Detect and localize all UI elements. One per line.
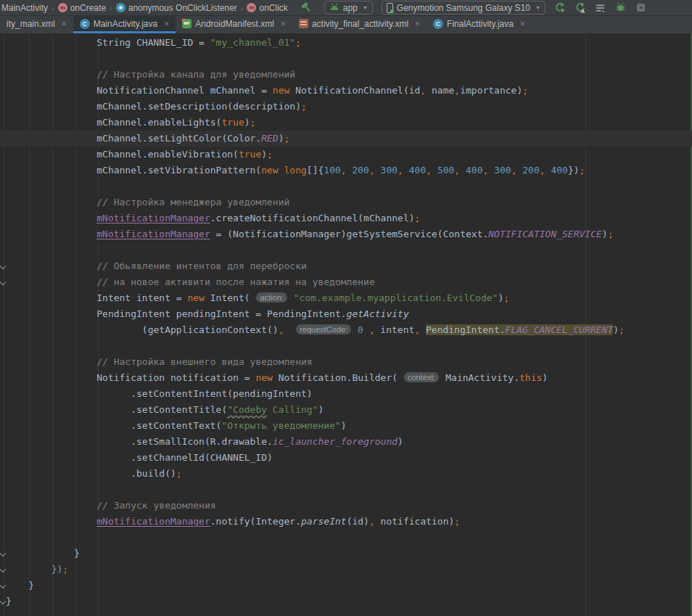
code-line[interactable]: .setContentIntent(pendingIntent) xyxy=(0,386,692,402)
code-line[interactable]: // Настройка внешнего вида уведомления xyxy=(0,354,692,370)
android-icon xyxy=(329,2,339,11)
code-line[interactable]: } xyxy=(0,546,692,562)
code-token: ; xyxy=(267,149,273,160)
code-editor[interactable]: String CHANNEL_ID = "my_channel_01"; // … xyxy=(0,33,692,616)
code-line[interactable]: // Настройка канала для уведомлений xyxy=(0,67,692,83)
code-line[interactable]: mNotificationManager.createNotificationC… xyxy=(0,210,692,226)
code-token xyxy=(375,165,381,176)
code-line[interactable]: mChannel.setDescription(description); xyxy=(0,99,692,115)
code-token: , xyxy=(279,324,284,335)
code-line[interactable] xyxy=(0,338,692,354)
breadcrumb-label: anonymous OnClickListener xyxy=(128,3,237,13)
build-button[interactable] xyxy=(298,1,316,15)
code-token: mNotificationManager xyxy=(96,229,210,239)
code-line[interactable]: (getApplicationContext(), requestCode: 0… xyxy=(0,322,692,338)
toolbar-actions: A xyxy=(548,1,650,15)
code-token xyxy=(284,324,296,335)
code-token: 300 xyxy=(494,165,511,176)
code-token: NOTIFICATION_SERVICE xyxy=(488,229,602,239)
tab-mainactivity-java[interactable]: CMainActivity.java× xyxy=(73,16,176,33)
code-token: , xyxy=(426,165,432,176)
code-token: ) xyxy=(398,436,403,447)
code-token: ; xyxy=(295,37,301,48)
code-line[interactable]: mNotificationManager.notify(Integer.pars… xyxy=(0,514,692,530)
code-line[interactable]: String CHANNEL_ID = "my_channel_01"; xyxy=(0,35,692,51)
code-token: 0 xyxy=(358,324,363,335)
tab-activity-final-acttivity-xml[interactable]: activity_final_acttivity.xml× xyxy=(292,16,427,33)
code-token: ) xyxy=(261,149,267,160)
tab-androidmanifest-xml[interactable]: MFAndroidManifest.xml× xyxy=(176,16,292,33)
code-line[interactable]: Intent intent = new Intent( action: "com… xyxy=(0,290,692,306)
debug-bug-button[interactable] xyxy=(612,1,630,15)
code-line[interactable]: mChannel.setVibrationPattern(new long[]{… xyxy=(0,163,692,178)
code-line[interactable]: // на новое активити после нажатия на ув… xyxy=(0,274,692,290)
apply-changes-restart-button[interactable] xyxy=(551,1,569,15)
code-token: Intent( xyxy=(205,292,255,303)
code-token: NotificationChannel(id xyxy=(289,85,420,96)
close-icon[interactable]: × xyxy=(164,20,169,28)
breadcrumb-label: MainActivity xyxy=(1,3,48,13)
code-token: mChannel.enableLights( xyxy=(6,117,221,128)
tab-ity-main-xml[interactable]: ity_main.xml× xyxy=(0,16,73,33)
code-line[interactable]: Notification notification = new Notifica… xyxy=(0,370,692,386)
code-token: , xyxy=(454,85,460,96)
code-line[interactable]: // Обьявление интентов для переброски xyxy=(0,258,692,274)
apply-code-changes-button[interactable]: A xyxy=(572,1,589,15)
profiler-button[interactable] xyxy=(633,1,650,15)
code-line[interactable]: .setChannelId(CHANNEL_ID) xyxy=(0,450,692,466)
svg-text:A: A xyxy=(581,8,585,14)
code-line[interactable]: PendingIntent pendingIntent = PendingInt… xyxy=(0,306,692,322)
code-line[interactable] xyxy=(0,482,692,498)
code-line[interactable]: }); xyxy=(0,562,692,578)
manifest-file-icon: MF xyxy=(182,19,191,28)
close-icon[interactable]: × xyxy=(62,20,67,28)
code-token: ; xyxy=(62,564,68,575)
breadcrumb-item[interactable]: anonymous OnClickListener xyxy=(116,3,237,13)
run-configuration-select[interactable]: app ▼ xyxy=(324,1,373,15)
code-token: MainActivity. xyxy=(440,372,519,383)
breadcrumb-item[interactable]: MainActivity xyxy=(1,3,48,13)
code-line[interactable]: // Запуск уведомления xyxy=(0,498,692,514)
code-line[interactable]: mChannel.enableLights(true); xyxy=(0,115,692,131)
code-token: NotificationChannel mChannel = xyxy=(6,85,273,96)
close-icon[interactable]: × xyxy=(520,20,525,28)
breadcrumb-item[interactable]: monCreate xyxy=(58,3,106,13)
code-token: .setContentText( xyxy=(6,420,221,431)
code-token xyxy=(6,213,96,223)
code-token: , xyxy=(341,165,347,176)
code-line[interactable] xyxy=(0,530,692,546)
code-line[interactable]: mNotificationManager = (NotificationMana… xyxy=(0,226,692,242)
code-line[interactable] xyxy=(0,242,692,258)
code-line[interactable]: } xyxy=(0,594,692,609)
code-line[interactable] xyxy=(0,51,692,67)
tab-finalacttivity-java[interactable]: CFinalActtivity.java× xyxy=(427,16,532,33)
device-label: Genymotion Samsung Galaxy S10 xyxy=(397,3,530,13)
code-line[interactable]: mChannel.setLightColor(Color.RED); xyxy=(0,131,692,147)
breadcrumb-item[interactable]: monClick xyxy=(247,3,287,13)
code-line[interactable]: // Настройка менеджера уведомлений xyxy=(0,194,692,210)
code-line[interactable] xyxy=(0,178,692,194)
close-icon[interactable]: × xyxy=(415,20,420,28)
code-line[interactable]: NotificationChannel mChannel = new Notif… xyxy=(0,83,692,99)
code-token xyxy=(6,564,52,575)
code-token: }) xyxy=(568,165,580,176)
tab-label: ity_main.xml xyxy=(7,19,55,29)
code-line[interactable]: } xyxy=(0,578,692,594)
horizontal-lines-button[interactable] xyxy=(592,1,609,15)
code-token: Notification.Builder( xyxy=(273,372,403,383)
code-token: , xyxy=(369,324,375,335)
code-line[interactable]: .setContentTitle("Codeby Calling") xyxy=(0,402,692,418)
code-line[interactable]: .setSmallIcon(R.drawable.ic_launcher_for… xyxy=(0,434,692,450)
code-token: Notification notification = xyxy=(6,372,255,383)
code-line[interactable]: mChannel.enableVibration(true); xyxy=(0,147,692,163)
code-line[interactable]: .build(); xyxy=(0,466,692,482)
code-token: Intent intent = xyxy=(6,292,187,303)
code-token: String CHANNEL_ID = xyxy=(6,37,210,48)
code-token: 500 xyxy=(437,165,454,176)
code-token xyxy=(488,165,494,176)
device-select[interactable]: Genymotion Samsung Galaxy S10 ▼ xyxy=(382,1,545,15)
code-token: ; xyxy=(176,468,182,479)
code-line[interactable]: .setContentText("Открыть уведомление") xyxy=(0,418,692,434)
code-token: PendingIntent. xyxy=(426,324,506,335)
close-icon[interactable]: × xyxy=(281,20,286,28)
